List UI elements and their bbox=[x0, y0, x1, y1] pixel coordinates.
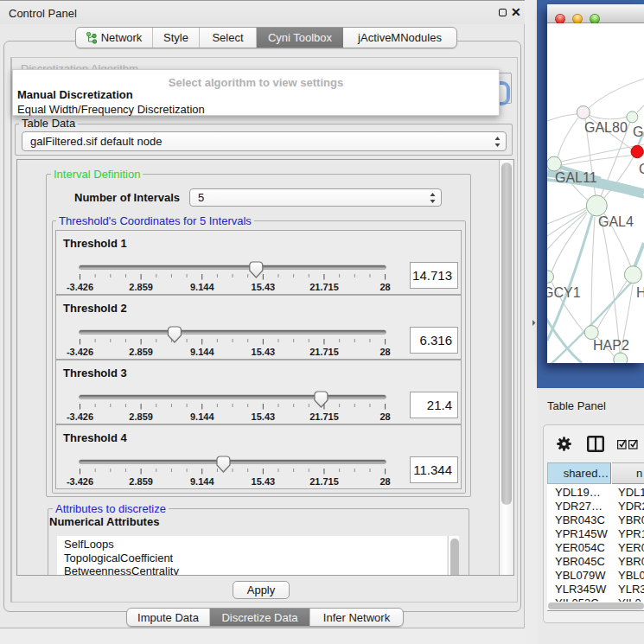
svg-text:HAP2: HAP2 bbox=[593, 338, 629, 353]
svg-text:GAL80: GAL80 bbox=[584, 120, 628, 135]
svg-text:9.144: 9.144 bbox=[190, 411, 214, 422]
svg-text:21.715: 21.715 bbox=[309, 282, 339, 292]
svg-text:28: 28 bbox=[379, 476, 390, 487]
svg-text:9.144: 9.144 bbox=[190, 476, 214, 487]
svg-text:-3.426: -3.426 bbox=[67, 347, 93, 357]
svg-text:2.859: 2.859 bbox=[129, 411, 153, 422]
svg-text:28: 28 bbox=[379, 347, 390, 357]
svg-text:28: 28 bbox=[379, 411, 390, 422]
svg-text:H: H bbox=[636, 285, 644, 300]
svg-text:28: 28 bbox=[379, 282, 390, 292]
svg-text:15.43: 15.43 bbox=[252, 347, 276, 357]
svg-text:-3.426: -3.426 bbox=[67, 282, 93, 292]
svg-text:-3.426: -3.426 bbox=[67, 476, 93, 487]
svg-text:15.43: 15.43 bbox=[252, 411, 276, 422]
svg-text:GAL4: GAL4 bbox=[598, 214, 634, 229]
svg-text:GAL11: GAL11 bbox=[555, 170, 597, 185]
svg-text:21.715: 21.715 bbox=[309, 347, 339, 357]
svg-text:15.43: 15.43 bbox=[252, 476, 276, 487]
svg-text:GA: GA bbox=[633, 124, 644, 139]
svg-text:-3.426: -3.426 bbox=[67, 411, 93, 422]
svg-text:21.715: 21.715 bbox=[309, 411, 339, 422]
svg-text:15.43: 15.43 bbox=[252, 282, 276, 292]
svg-text:GCY1: GCY1 bbox=[547, 285, 581, 300]
svg-text:9.144: 9.144 bbox=[190, 282, 214, 292]
svg-text:C: C bbox=[639, 162, 644, 176]
svg-text:2.859: 2.859 bbox=[129, 282, 153, 292]
svg-text:21.715: 21.715 bbox=[309, 476, 339, 487]
svg-text:9.144: 9.144 bbox=[190, 347, 214, 357]
svg-text:2.859: 2.859 bbox=[129, 476, 153, 487]
svg-text:2.859: 2.859 bbox=[129, 347, 153, 357]
